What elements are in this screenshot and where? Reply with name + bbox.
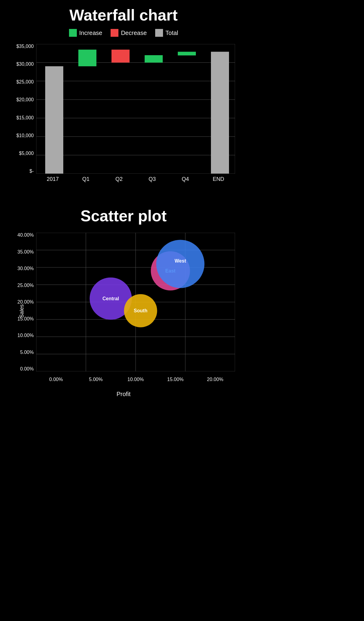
bar-q3 bbox=[145, 55, 163, 63]
x-label-q2: Q2 bbox=[102, 176, 136, 182]
legend-total-box bbox=[155, 29, 163, 37]
scatter-y-25: 25.00% bbox=[17, 283, 34, 288]
scatter-svg: Central East West South bbox=[36, 233, 235, 371]
y-label-15000: $15,000 bbox=[16, 115, 34, 120]
scatter-y-5: 5.00% bbox=[20, 350, 34, 355]
scatter-x-20: 20.00% bbox=[195, 377, 235, 382]
bubble-west-label: West bbox=[175, 258, 187, 263]
y-label-20000: $20,000 bbox=[16, 97, 34, 102]
scatter-y-35: 35.00% bbox=[17, 250, 34, 254]
y-label-30000: $30,000 bbox=[16, 62, 34, 67]
scatter-x-axis: 0.00% 5.00% 10.00% 15.00% 20.00% bbox=[36, 374, 235, 389]
x-label-q1: Q1 bbox=[69, 176, 102, 182]
scatter-x-5: 5.00% bbox=[76, 377, 116, 382]
scatter-section: Scatter plot Sales 40.00% 35.00% 30.00% … bbox=[0, 207, 247, 398]
bar-q1 bbox=[78, 50, 96, 66]
x-label-q3: Q3 bbox=[136, 176, 169, 182]
bubble-west bbox=[156, 240, 205, 288]
scatter-y-10: 10.00% bbox=[17, 333, 34, 338]
waterfall-chart-area: $35,000 $30,000 $25,000 $20,000 $15,000 … bbox=[12, 44, 235, 189]
scatter-x-15: 15.00% bbox=[155, 377, 195, 382]
scatter-y-20: 20.00% bbox=[17, 300, 34, 304]
legend-increase: Increase bbox=[69, 29, 102, 37]
y-label-25000: $25,000 bbox=[16, 80, 34, 84]
legend-decrease: Decrease bbox=[111, 29, 147, 37]
scatter-y-axis: 40.00% 35.00% 30.00% 25.00% 20.00% 15.00… bbox=[12, 233, 36, 371]
x-label-end: END bbox=[202, 176, 235, 182]
scatter-y-0: 0.00% bbox=[20, 367, 34, 371]
scatter-x-axis-title: Profit bbox=[117, 391, 131, 398]
scatter-y-40: 40.00% bbox=[17, 233, 34, 238]
bar-q2 bbox=[111, 50, 130, 63]
waterfall-svg bbox=[36, 44, 235, 174]
waterfall-section: Waterfall chart Increase Decrease Total … bbox=[0, 6, 247, 189]
legend-decrease-label: Decrease bbox=[121, 30, 147, 36]
scatter-y-30: 30.00% bbox=[17, 266, 34, 271]
legend-total: Total bbox=[155, 29, 178, 37]
legend-increase-box bbox=[69, 29, 77, 37]
x-label-2017: 2017 bbox=[36, 176, 69, 182]
waterfall-y-axis: $35,000 $30,000 $25,000 $20,000 $15,000 … bbox=[12, 44, 36, 174]
bubble-central-label: Central bbox=[102, 296, 119, 301]
legend-increase-label: Increase bbox=[79, 30, 102, 36]
scatter-x-0: 0.00% bbox=[36, 377, 76, 382]
bar-end bbox=[211, 52, 229, 174]
waterfall-x-axis: 2017 Q1 Q2 Q3 Q4 END bbox=[36, 174, 235, 189]
y-label-10000: $10,000 bbox=[16, 133, 34, 138]
y-label-35000: $35,000 bbox=[16, 44, 34, 49]
y-label-5000: $5,000 bbox=[19, 151, 34, 156]
bubble-south-label: South bbox=[134, 308, 147, 313]
legend-total-label: Total bbox=[165, 30, 178, 36]
scatter-title: Scatter plot bbox=[80, 207, 167, 225]
waterfall-legend: Increase Decrease Total bbox=[69, 29, 178, 37]
scatter-y-15: 15.00% bbox=[17, 317, 34, 321]
legend-decrease-box bbox=[111, 29, 118, 37]
scatter-chart-area: Sales 40.00% 35.00% 30.00% 25.00% 20.00%… bbox=[12, 233, 235, 389]
x-label-q4: Q4 bbox=[169, 176, 202, 182]
bar-2017 bbox=[45, 66, 63, 174]
y-label-0: $- bbox=[30, 169, 34, 174]
bar-q4 bbox=[178, 52, 196, 55]
scatter-x-10: 10.00% bbox=[116, 377, 155, 382]
waterfall-title: Waterfall chart bbox=[69, 6, 177, 24]
